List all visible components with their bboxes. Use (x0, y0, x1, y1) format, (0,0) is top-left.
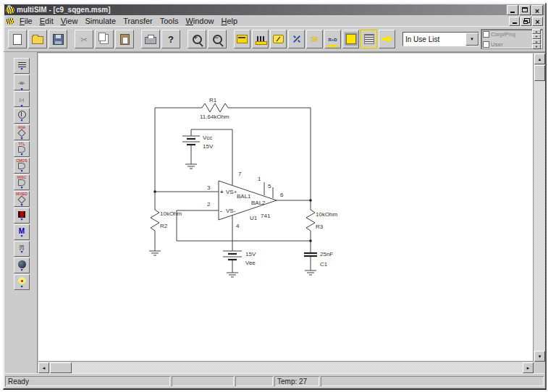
connector-button[interactable] (252, 30, 269, 48)
transistors-group-button[interactable] (14, 108, 30, 124)
menu-view[interactable]: View (57, 17, 82, 25)
opamp-u1[interactable]: 3 2 7 1 5 6 4 + VS+ - VS- BAL1 BAL2 U1 (207, 171, 284, 229)
zoom-out-button[interactable] (208, 30, 227, 48)
controls-group-button[interactable]: [f] (14, 241, 30, 257)
print-icon (145, 37, 156, 44)
copy-button[interactable] (95, 30, 114, 48)
misc-digital-group-button[interactable]: MISC (14, 174, 30, 190)
connector-plug-icon (257, 36, 264, 42)
spinner-up-icon[interactable]: ▲ (532, 39, 541, 44)
svg-text:BAL1: BAL1 (237, 193, 251, 200)
postprocessor-button[interactable] (324, 30, 341, 48)
user-checkbox[interactable] (483, 41, 489, 48)
scroll-up-icon[interactable]: ▲ (534, 54, 545, 64)
resistor-r2[interactable]: 10kOhm R2 (151, 210, 182, 231)
seven-segment-icon: 8 (18, 211, 25, 218)
analog-group-button[interactable]: ANA (14, 124, 30, 140)
status-panel-2 (172, 376, 234, 386)
analysis-button[interactable] (288, 30, 305, 48)
ttl-group-button[interactable]: TTL (14, 141, 30, 157)
waveforms-button[interactable] (306, 30, 323, 48)
basic-group-button[interactable] (14, 74, 30, 90)
new-button[interactable] (8, 30, 27, 48)
child-restore-button[interactable] (520, 17, 531, 26)
mixed-group-button[interactable]: MIXED (14, 191, 30, 207)
diode-icon (20, 91, 24, 104)
instruments-button[interactable] (270, 30, 287, 48)
corp-proj-label: Corp/Proj (491, 31, 531, 38)
combobox-dropdown-button[interactable]: ▼ (465, 33, 479, 46)
vertical-scroll-thumb[interactable] (534, 65, 545, 81)
resistor-r1[interactable]: R1 11.64kOhm (200, 97, 229, 120)
child-close-button[interactable] (532, 17, 543, 26)
menu-simulate[interactable]: Simulate (81, 17, 119, 25)
menu-bar: File Edit View Simulate Transfer Tools W… (4, 16, 545, 26)
in-use-list-combobox[interactable]: In Use List ▼ (402, 32, 479, 46)
minimize-button[interactable] (507, 5, 518, 15)
scroll-down-icon[interactable]: ▼ (534, 351, 545, 362)
component-bin-button[interactable] (234, 30, 250, 48)
maximize-button[interactable] (519, 5, 531, 15)
schematic-canvas[interactable]: R1 11.64kOhm Vcc 15V (38, 54, 534, 360)
battery-vee[interactable]: 15V Vee (223, 251, 256, 266)
svg-text:7: 7 (238, 171, 242, 177)
misc-icon: M (19, 228, 25, 234)
svg-text:10kOhm: 10kOhm (160, 210, 182, 217)
help-button[interactable] (161, 30, 180, 48)
svg-text:15V: 15V (245, 251, 256, 257)
svg-text:U1: U1 (250, 215, 258, 221)
svg-text:+: + (220, 189, 224, 195)
user-spinner[interactable]: ▲▼ (532, 39, 541, 49)
zoom-in-icon (193, 35, 202, 44)
svg-text:-: - (220, 208, 222, 214)
corp-proj-checkbox[interactable] (483, 31, 489, 38)
battery-vcc[interactable]: Vcc 15V (182, 135, 214, 150)
reports-button[interactable] (361, 30, 377, 48)
open-button[interactable] (28, 30, 47, 48)
save-button[interactable] (49, 30, 67, 48)
menu-window[interactable]: Window (182, 17, 217, 25)
diodes-group-button[interactable] (14, 91, 30, 107)
status-message: Ready (5, 376, 170, 386)
rf-group-button[interactable] (14, 257, 30, 273)
spinner-down-icon[interactable]: ▼ (532, 34, 541, 39)
horizontal-scrollbar[interactable]: ◄ ► (38, 362, 534, 373)
reports-icon (364, 34, 374, 44)
close-button[interactable] (531, 5, 543, 15)
svg-text:R1: R1 (209, 97, 217, 103)
canvas-area: R1 11.64kOhm Vcc 15V (37, 52, 545, 373)
menu-file[interactable]: File (16, 17, 36, 25)
spinner-down-icon[interactable]: ▼ (532, 44, 541, 49)
print-button[interactable] (141, 30, 160, 48)
spinner-up-icon[interactable]: ▲ (532, 29, 541, 34)
svg-text:741: 741 (261, 213, 271, 219)
indicators-group-button[interactable]: 8 (14, 208, 30, 223)
transfer-button[interactable] (379, 30, 395, 48)
misc-group-button[interactable]: M (14, 224, 30, 240)
menu-edit[interactable]: Edit (36, 17, 57, 25)
menu-transfer[interactable]: Transfer (119, 17, 156, 25)
child-minimize-button[interactable] (509, 17, 520, 26)
resistor-r3[interactable]: 10kOhm R3 (306, 210, 338, 231)
electromechanical-group-button[interactable] (14, 274, 30, 290)
mixed-chip-icon (17, 195, 25, 203)
vertical-scrollbar[interactable]: ▲ ▼ (534, 54, 545, 362)
window-title: multiSIM - [c9_sqgen.msm] (17, 6, 505, 14)
sources-group-button[interactable] (14, 58, 30, 74)
cmos-group-button[interactable]: CMOS (14, 158, 30, 174)
menu-help[interactable]: Help (218, 17, 242, 25)
horizontal-scroll-thumb[interactable] (50, 362, 72, 373)
scroll-left-icon[interactable]: ◄ (38, 362, 49, 373)
chip-button[interactable] (342, 30, 359, 48)
menu-tools[interactable]: Tools (156, 17, 182, 25)
scroll-right-icon[interactable]: ► (523, 362, 534, 373)
status-panel-5 (321, 376, 544, 386)
status-temperature: Temp: 27 (274, 376, 319, 386)
corp-proj-spinner[interactable]: ▲▼ (532, 29, 541, 39)
capacitor-c1[interactable]: 25nF C1 (304, 251, 333, 268)
schematic-sheet[interactable]: R1 11.64kOhm Vcc 15V (38, 54, 534, 362)
cut-button[interactable] (75, 30, 93, 48)
paste-button[interactable] (115, 30, 134, 48)
zoom-in-button[interactable] (187, 30, 206, 48)
svg-text:4: 4 (236, 223, 240, 229)
